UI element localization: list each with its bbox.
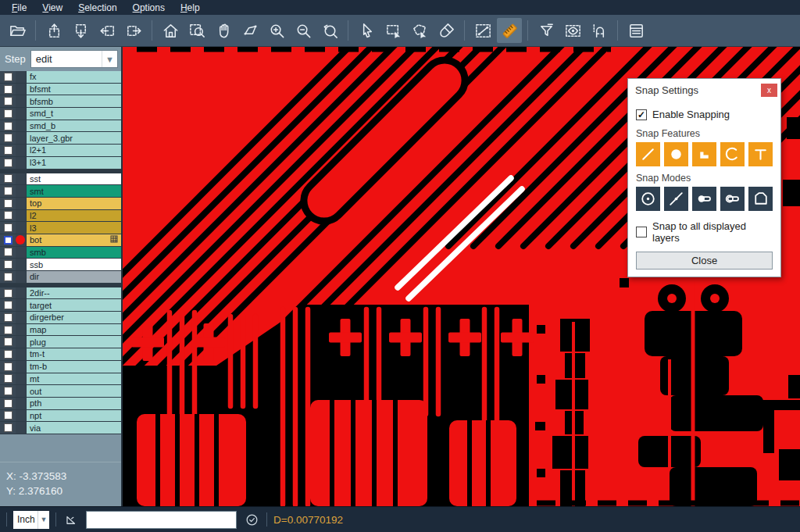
layer-name[interactable]: target (26, 299, 121, 311)
layer-row-smt[interactable]: smt (0, 185, 121, 198)
layer-name[interactable]: dirgerber (26, 312, 121, 323)
zoom-out-icon[interactable] (291, 18, 316, 43)
layer-visibility-checkbox[interactable] (4, 187, 12, 195)
select-polygon-icon[interactable] (407, 18, 432, 43)
snap-toggle-icon[interactable] (587, 18, 612, 43)
open-file-icon[interactable] (5, 18, 30, 43)
zoom-in-icon[interactable] (264, 18, 289, 43)
layer-name[interactable]: ssb (26, 259, 121, 270)
layer-row-bfsmb[interactable]: bfsmb (0, 95, 121, 108)
layer-name[interactable]: via (26, 422, 121, 434)
layer-visibility-checkbox[interactable] (4, 273, 12, 281)
layer-name[interactable]: plug (26, 336, 121, 348)
feat-text-icon[interactable] (748, 142, 773, 166)
layer-visibility-checkbox[interactable] (4, 223, 12, 232)
layer-row-plug[interactable]: plug (0, 336, 121, 348)
layer-name[interactable]: bot (26, 234, 121, 246)
layer-visibility-checkbox[interactable] (4, 362, 12, 371)
layer-row-bfsmt[interactable]: bfsmt (0, 84, 121, 96)
layer-visibility-checkbox[interactable] (4, 211, 12, 220)
layer-visibility-checkbox[interactable] (4, 411, 12, 420)
filter-icon[interactable] (534, 18, 559, 43)
layer-row-smd_t[interactable]: smd_t (0, 108, 121, 120)
layer-name[interactable]: bfsmb (26, 95, 121, 107)
layer-name[interactable]: l2 (26, 210, 121, 222)
layer-visibility-checkbox[interactable] (4, 174, 12, 183)
layer-visibility-checkbox[interactable] (4, 399, 12, 408)
step-select[interactable]: edit ▼ (30, 50, 118, 68)
layer-row-target[interactable]: target (0, 299, 121, 312)
layer-row-top[interactable]: top (0, 198, 121, 210)
layer-row-l2[interactable]: l2 (0, 210, 121, 223)
layer-visibility-checkbox[interactable] (4, 248, 12, 256)
zoom-previous-icon[interactable] (317, 18, 342, 43)
layer-row-dir[interactable]: dir (0, 271, 121, 284)
layer-row-l3+1[interactable]: l3+1 (0, 157, 121, 170)
layer-name[interactable]: out (26, 385, 121, 397)
pan-right-icon[interactable] (121, 18, 146, 43)
mode-slot-end-icon[interactable] (692, 187, 716, 211)
layer-visibility-checkbox[interactable] (4, 326, 12, 334)
layer-row-npt[interactable]: npt (0, 410, 121, 423)
layer-visibility-checkbox[interactable] (4, 387, 12, 395)
select-rectangle-icon[interactable] (380, 18, 405, 43)
snap-check-icon[interactable] (243, 511, 260, 528)
layer-name[interactable]: smb (26, 247, 121, 259)
layer-row-dirgerber[interactable]: dirgerber (0, 312, 121, 324)
layer-name[interactable]: smt (26, 185, 121, 197)
layer-name[interactable]: smd_t (26, 108, 121, 120)
layer-row-ssb[interactable]: ssb (0, 259, 121, 271)
pan-up-icon[interactable] (41, 18, 66, 43)
layer-visibility-checkbox[interactable] (4, 350, 12, 359)
show-in-view-icon[interactable] (560, 18, 585, 43)
layer-visibility-checkbox[interactable] (4, 260, 12, 269)
layer-visibility-checkbox[interactable] (4, 337, 12, 346)
pan-down-icon[interactable] (68, 18, 93, 43)
layer-visibility-checkbox[interactable] (4, 423, 12, 432)
layer-visibility-checkbox[interactable] (4, 236, 12, 245)
layer-name[interactable]: tm-b (26, 361, 121, 373)
layer-row-via[interactable]: via (0, 422, 121, 434)
layer-row-layer_3.gbr[interactable]: layer_3.gbr (0, 132, 121, 145)
layer-row-l2+1[interactable]: l2+1 (0, 145, 121, 157)
layer-name[interactable]: top (26, 198, 121, 209)
menu-help[interactable]: Help (173, 2, 207, 14)
layer-row-fx[interactable]: fx (0, 71, 121, 84)
layer-name[interactable]: map (26, 324, 121, 336)
mode-center-icon[interactable] (636, 187, 660, 211)
layer-row-l3[interactable]: l3 (0, 222, 121, 234)
angle-measure-icon[interactable] (62, 511, 80, 528)
home-view-icon[interactable] (158, 18, 183, 43)
close-icon[interactable]: x (761, 84, 777, 97)
brush-select-icon[interactable] (434, 18, 459, 43)
layer-row-map[interactable]: map (0, 324, 121, 337)
enable-snapping-checkbox[interactable] (636, 109, 647, 120)
snap-all-layers-checkbox[interactable] (636, 227, 647, 237)
layer-visibility-checkbox[interactable] (4, 146, 12, 155)
layer-name[interactable]: bfsmt (26, 84, 121, 95)
layer-visibility-checkbox[interactable] (4, 85, 12, 94)
layer-row-tm-b[interactable]: tm-b (0, 361, 121, 373)
layer-visibility-checkbox[interactable] (4, 134, 12, 142)
pan-left-icon[interactable] (95, 18, 120, 43)
layer-visibility-checkbox[interactable] (4, 374, 12, 383)
select-cursor-icon[interactable] (354, 18, 379, 43)
mode-vertex-icon[interactable] (748, 187, 773, 211)
layer-row-mt[interactable]: mt (0, 373, 121, 386)
layer-name[interactable]: fx (26, 71, 121, 83)
layer-name[interactable]: sst (26, 173, 121, 185)
layer-visibility-checkbox[interactable] (4, 109, 12, 118)
layer-visibility-checkbox[interactable] (4, 122, 12, 130)
feat-arc-icon[interactable] (720, 142, 745, 166)
layer-name[interactable]: layer_3.gbr (26, 132, 121, 144)
layer-row-smb[interactable]: smb (0, 247, 121, 259)
zoom-window-icon[interactable] (184, 18, 209, 43)
layer-name[interactable]: tm-t (26, 348, 121, 360)
measure-distance-icon[interactable] (470, 18, 495, 43)
layer-name[interactable]: dir (26, 271, 121, 283)
menu-options[interactable]: Options (126, 2, 172, 14)
layer-name[interactable]: 2dir-- (26, 287, 121, 299)
layer-name[interactable]: l2+1 (26, 145, 121, 156)
layer-row-tm-t[interactable]: tm-t (0, 348, 121, 361)
layer-name[interactable]: pth (26, 398, 121, 409)
